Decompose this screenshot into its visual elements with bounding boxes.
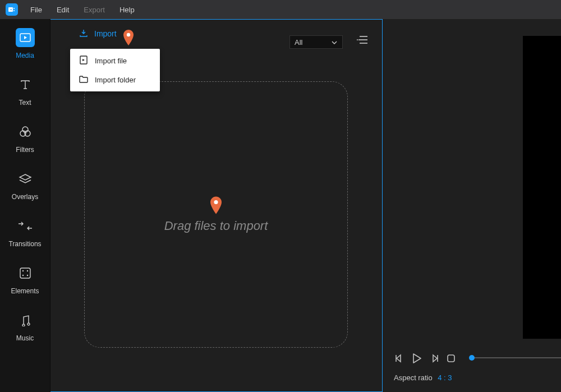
slider-knob[interactable]	[469, 355, 475, 361]
tutorial-marker-icon	[210, 196, 222, 214]
sidebar-item-label: Text	[19, 99, 31, 107]
aspect-ratio-label: Aspect ratio 4 : 3	[394, 373, 452, 382]
sidebar-item-media[interactable]: Media	[16, 28, 35, 59]
sidebar-item-filters[interactable]: Filters	[16, 122, 35, 154]
sidebar-item-overlays[interactable]: Overlays	[12, 169, 38, 201]
svg-rect-7	[20, 268, 30, 278]
import-arrow-icon	[79, 29, 89, 39]
svg-rect-19	[448, 355, 454, 362]
menu-file[interactable]: File	[25, 3, 48, 16]
svg-point-12	[127, 33, 130, 36]
app-logo-icon	[6, 3, 18, 16]
import-dropdown-button[interactable]: Import	[79, 29, 117, 39]
svg-point-11	[26, 275, 27, 276]
preview-panel: Aspect ratio 4 : 3	[383, 19, 561, 392]
svg-point-16	[357, 39, 358, 40]
overlays-icon	[16, 169, 35, 188]
play-button[interactable]	[411, 353, 423, 366]
sidebar-item-label: Media	[16, 52, 34, 59]
file-play-icon	[79, 56, 88, 66]
import-menu-label: Import file	[95, 57, 127, 65]
media-filter-dropdown[interactable]: All	[289, 35, 343, 49]
sidebar-item-text[interactable]: Text	[16, 75, 35, 107]
transport-controls	[394, 353, 456, 366]
folder-icon	[79, 75, 88, 85]
sidebar-item-label: Music	[16, 334, 34, 342]
import-menu: Import file Import folder	[70, 49, 160, 91]
import-menu-label: Import folder	[95, 76, 136, 84]
svg-point-9	[26, 270, 27, 271]
filters-icon	[16, 122, 35, 141]
prev-frame-button[interactable]	[394, 353, 404, 366]
elements-icon	[16, 264, 35, 283]
svg-point-8	[22, 270, 23, 271]
svg-point-1	[13, 8, 15, 9]
menubar: File Edit Export Help	[0, 0, 561, 19]
text-icon	[16, 75, 35, 94]
aspect-ratio-value[interactable]: 4 : 3	[438, 373, 452, 382]
list-view-toggle[interactable]	[356, 35, 367, 47]
chevron-down-icon	[331, 38, 338, 47]
sidebar-item-label: Overlays	[12, 193, 38, 201]
dropdown-value: All	[295, 38, 302, 47]
next-frame-button[interactable]	[430, 353, 440, 366]
svg-point-2	[13, 10, 15, 11]
sidebar-item-transitions[interactable]: Transitions	[8, 216, 41, 248]
media-dropzone[interactable]: Drag files to import	[84, 81, 348, 348]
menu-export: Export	[78, 3, 111, 16]
sidebar-item-label: Filters	[16, 146, 34, 154]
timeline-slider[interactable]	[471, 357, 561, 358]
import-folder-item[interactable]: Import folder	[70, 71, 160, 89]
menu-help[interactable]: Help	[114, 3, 140, 16]
sidebar-item-label: Transitions	[8, 240, 41, 248]
sidebar: Media Text Filters Overlays Transitions …	[0, 19, 50, 392]
sidebar-item-label: Elements	[11, 287, 39, 295]
sidebar-item-elements[interactable]: Elements	[11, 264, 39, 295]
music-icon	[16, 311, 35, 330]
svg-point-18	[214, 200, 218, 204]
dropzone-hint: Drag files to import	[164, 219, 268, 233]
media-panel: Import All Import file Import folder	[50, 19, 383, 392]
import-file-item[interactable]: Import file	[70, 51, 160, 71]
media-icon	[16, 28, 35, 47]
preview-viewport	[523, 36, 561, 339]
svg-point-10	[22, 275, 23, 276]
import-label: Import	[94, 29, 117, 38]
tutorial-marker-icon	[123, 30, 134, 45]
stop-button[interactable]	[447, 354, 456, 365]
menu-edit[interactable]: Edit	[51, 3, 75, 16]
transitions-icon	[16, 216, 35, 236]
sidebar-item-music[interactable]: Music	[16, 311, 35, 342]
